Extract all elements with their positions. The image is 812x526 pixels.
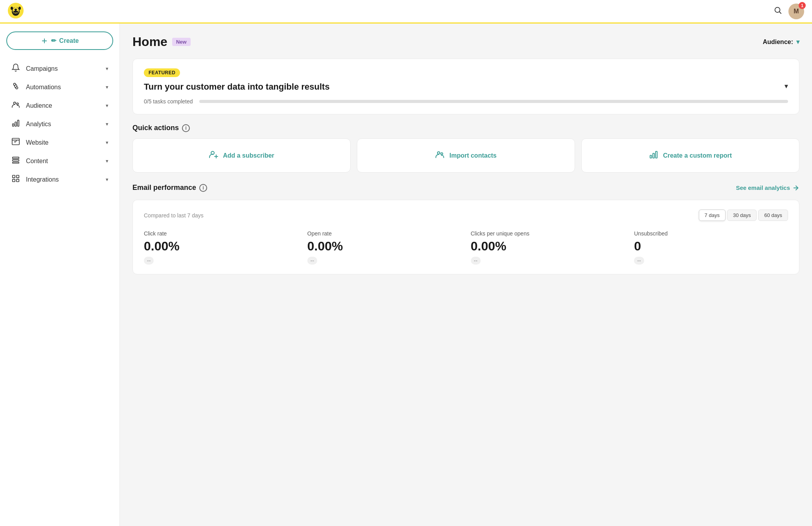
svg-rect-24: [17, 175, 19, 178]
content-icon: [11, 156, 20, 166]
svg-point-7: [18, 7, 21, 10]
svg-rect-21: [13, 160, 19, 161]
unsubscribed-value: 0: [634, 239, 788, 254]
svg-point-4: [13, 9, 15, 11]
7-days-button[interactable]: 7 days: [699, 210, 726, 221]
import-contacts-card[interactable]: Import contacts: [357, 138, 575, 173]
svg-point-30: [437, 152, 440, 154]
sidebar-item-label: Content: [26, 158, 48, 165]
custom-report-icon: [649, 150, 658, 161]
featured-title: Turn your customer data into tangible re…: [144, 82, 330, 92]
sidebar-item-label: Integrations: [26, 176, 59, 183]
svg-point-14: [17, 103, 18, 105]
sidebar-item-label: Analytics: [26, 121, 51, 128]
new-badge: New: [172, 38, 191, 46]
sidebar-item-label: Campaigns: [26, 65, 58, 72]
perf-time-row: Compared to last 7 days 7 days 30 days 6…: [144, 210, 788, 221]
sidebar-item-content[interactable]: Content ▾: [6, 152, 113, 170]
svg-rect-20: [13, 157, 19, 159]
sidebar-item-analytics[interactable]: Analytics ▾: [6, 115, 113, 133]
chevron-down-icon: ▾: [106, 84, 108, 90]
audience-icon: [11, 100, 20, 111]
email-performance-header: Email performance i See email analytics: [132, 184, 799, 192]
audience-label: Audience:: [763, 39, 793, 46]
page-title: Home: [132, 35, 167, 49]
search-button[interactable]: [773, 6, 782, 17]
featured-collapse-icon[interactable]: ▾: [784, 82, 788, 90]
integrations-icon: [11, 174, 20, 185]
sidebar-item-audience[interactable]: Audience ▾: [6, 96, 113, 115]
sidebar-item-label: Website: [26, 139, 49, 146]
import-contacts-label: Import contacts: [449, 152, 496, 159]
compared-label: Compared to last 7 days: [144, 212, 204, 219]
sidebar-item-label: Automations: [26, 84, 61, 91]
chevron-down-icon: ▾: [106, 103, 108, 109]
create-button[interactable]: ✏ Create: [6, 31, 113, 50]
email-performance-title: Email performance i: [132, 184, 207, 192]
svg-rect-17: [18, 120, 19, 127]
topbar-right: M 1: [773, 4, 804, 19]
unsubscribed-label: Unsubscribed: [634, 230, 788, 237]
svg-rect-26: [17, 179, 19, 182]
chevron-down-icon: ▾: [106, 121, 108, 127]
sidebar-item-website[interactable]: Website ▾: [6, 133, 113, 152]
quick-actions-title: Quick actions i: [132, 124, 799, 132]
website-icon: [11, 137, 20, 148]
import-contacts-icon: [435, 150, 445, 161]
metric-open-rate: Open rate 0.00% --: [307, 230, 461, 265]
progress-label: 0/5 tasks completed: [144, 98, 193, 105]
chevron-down-icon: ▾: [106, 177, 108, 182]
add-subscriber-card[interactable]: Add a subscriber: [132, 138, 351, 173]
page-header: Home New Audience: ▾: [132, 35, 799, 49]
click-rate-label: Click rate: [144, 230, 298, 237]
notification-badge: 1: [799, 2, 806, 9]
layout: ✏ Create Campaigns ▾ Automati: [0, 24, 812, 526]
metric-clicks-unique: Clicks per unique opens 0.00% --: [471, 230, 625, 265]
open-rate-label: Open rate: [307, 230, 461, 237]
clicks-unique-value: 0.00%: [471, 239, 625, 254]
svg-rect-16: [15, 122, 17, 126]
open-rate-change: --: [307, 257, 317, 265]
svg-rect-25: [13, 179, 15, 182]
metric-click-rate: Click rate 0.00% --: [144, 230, 298, 265]
sidebar-item-automations[interactable]: Automations ▾: [6, 78, 113, 96]
avatar[interactable]: M 1: [788, 4, 804, 19]
see-email-analytics-link[interactable]: See email analytics: [736, 184, 799, 191]
svg-rect-15: [13, 124, 14, 126]
clicks-unique-label: Clicks per unique opens: [471, 230, 625, 237]
sidebar: ✏ Create Campaigns ▾ Automati: [0, 24, 120, 526]
topbar: M 1: [0, 0, 812, 24]
featured-card: FEATURED Turn your customer data into ta…: [132, 59, 799, 114]
progress-row: 0/5 tasks completed: [144, 98, 788, 105]
svg-rect-33: [653, 153, 654, 158]
svg-rect-23: [13, 175, 15, 178]
quick-actions-grid: Add a subscriber Import contacts Create …: [132, 138, 799, 173]
sidebar-item-campaigns[interactable]: Campaigns ▾: [6, 59, 113, 78]
chevron-down-icon: ▾: [106, 140, 108, 145]
automations-icon: [11, 82, 20, 92]
time-filter-buttons: 7 days 30 days 60 days: [699, 210, 788, 221]
custom-report-card[interactable]: Create a custom report: [581, 138, 799, 173]
email-performance-info-icon[interactable]: i: [199, 184, 207, 192]
audience-selector[interactable]: Audience: ▾: [763, 38, 799, 46]
60-days-button[interactable]: 60 days: [758, 210, 788, 221]
svg-point-5: [17, 9, 18, 11]
svg-point-6: [11, 7, 13, 10]
open-rate-value: 0.00%: [307, 239, 461, 254]
custom-report-label: Create a custom report: [663, 152, 732, 159]
svg-point-8: [775, 7, 780, 13]
quick-actions-info-icon[interactable]: i: [182, 124, 190, 132]
featured-badge: FEATURED: [144, 68, 180, 77]
sidebar-item-label: Audience: [26, 102, 52, 109]
30-days-button[interactable]: 30 days: [727, 210, 757, 221]
add-subscriber-icon: [209, 150, 218, 161]
logo[interactable]: [8, 3, 24, 20]
clicks-unique-change: --: [471, 257, 481, 265]
chevron-down-icon: ▾: [106, 158, 108, 164]
svg-point-31: [441, 153, 443, 155]
svg-rect-22: [13, 162, 19, 164]
metrics-grid: Click rate 0.00% -- Open rate 0.00% -- C…: [144, 230, 788, 265]
audience-chevron-down-icon: ▾: [796, 38, 799, 46]
sidebar-item-integrations[interactable]: Integrations ▾: [6, 170, 113, 189]
metric-unsubscribed: Unsubscribed 0 --: [634, 230, 788, 265]
